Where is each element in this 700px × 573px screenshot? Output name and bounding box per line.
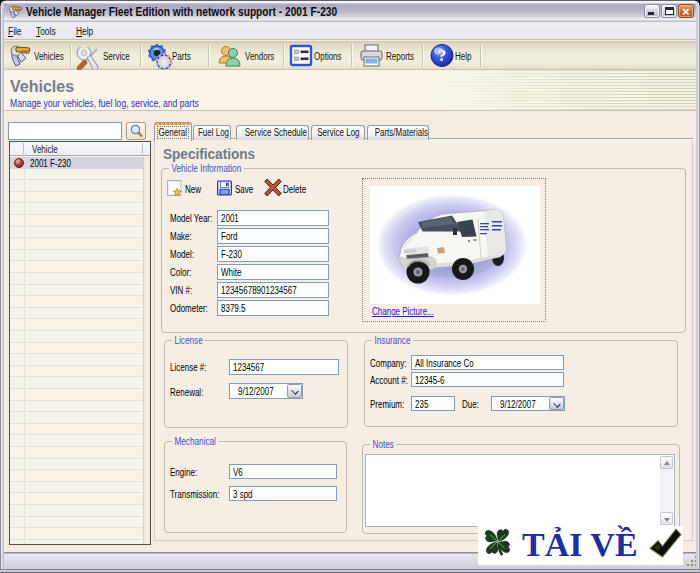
svg-text:?: ? [438,46,447,65]
